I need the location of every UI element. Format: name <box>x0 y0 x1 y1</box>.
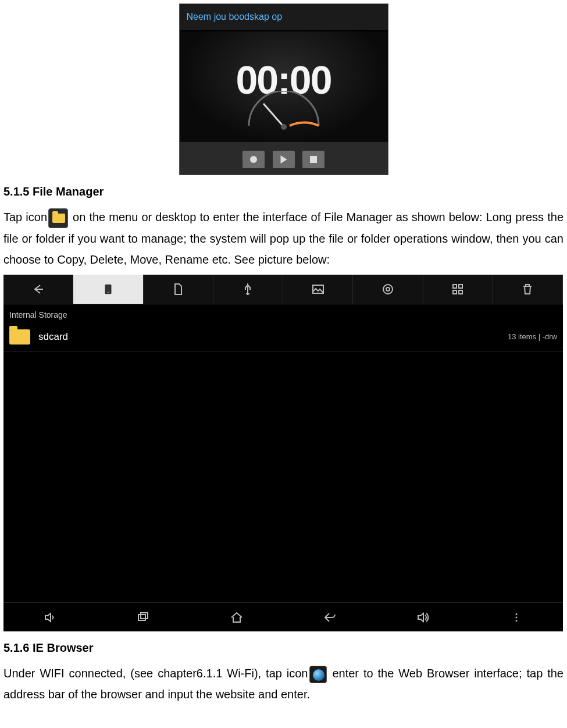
record-button[interactable] <box>243 151 265 168</box>
svg-rect-10 <box>459 290 462 294</box>
sd-card-icon <box>171 282 185 296</box>
fm-tab-images[interactable] <box>283 275 353 304</box>
svg-point-13 <box>515 613 517 615</box>
back-arrow-icon <box>31 282 45 296</box>
folder-icon <box>9 329 30 345</box>
svg-point-15 <box>515 620 517 622</box>
volume-down-icon <box>43 610 57 624</box>
back-icon <box>323 610 337 624</box>
text-before-fm-icon: Tap icon <box>3 211 47 223</box>
nav-back[interactable] <box>283 610 376 624</box>
fm-folder-meta: 13 items | -drw <box>508 330 557 343</box>
menu-dots-icon <box>511 612 522 623</box>
stop-button[interactable] <box>302 151 324 168</box>
svg-line-0 <box>263 104 284 127</box>
volume-up-icon <box>416 610 430 624</box>
fm-tab-videos[interactable] <box>353 275 423 304</box>
usb-icon <box>241 282 255 296</box>
fm-tab-back[interactable] <box>3 275 73 304</box>
section-heading-ie-browser: 5.1.6 IE Browser <box>3 637 564 658</box>
nav-volume-down[interactable] <box>3 610 97 624</box>
text-before-browser-icon: Under WIFI connected, (see chapter6.1.1 … <box>3 667 308 680</box>
nav-recent[interactable] <box>97 610 190 624</box>
section-text-file-manager: Tap icon on the menu or desktop to enter… <box>3 207 564 270</box>
recent-apps-icon <box>136 610 150 624</box>
fm-folder-row[interactable]: sdcard 13 items | -drw <box>3 326 563 353</box>
nav-home[interactable] <box>190 610 283 624</box>
text-after-fm-icon: on the menu or desktop to enter the inte… <box>3 211 564 266</box>
fm-tab-grid[interactable] <box>423 275 493 304</box>
system-navbar <box>3 602 563 631</box>
recorder-title: Neem jou boodskap op <box>180 4 388 31</box>
svg-rect-12 <box>141 613 148 619</box>
recorder-controls <box>180 142 388 175</box>
svg-point-14 <box>515 616 517 618</box>
vu-meter-icon <box>243 91 324 132</box>
svg-point-6 <box>386 287 390 291</box>
browser-app-icon <box>309 666 327 683</box>
recorder-screenshot: Neem jou boodskap op 00:00 <box>179 3 388 175</box>
svg-point-5 <box>383 285 393 294</box>
svg-point-3 <box>108 292 109 293</box>
svg-rect-7 <box>453 285 457 288</box>
fm-breadcrumb: Internal Storage <box>3 304 563 326</box>
file-manager-screenshot: Internal Storage sdcard 13 items | -drw <box>3 275 563 632</box>
section-heading-file-manager: 5.1.5 File Manager <box>3 181 564 202</box>
fm-tab-device[interactable] <box>73 275 143 304</box>
video-icon <box>381 282 395 296</box>
svg-rect-8 <box>459 285 462 288</box>
nav-menu[interactable] <box>470 612 563 623</box>
fm-tab-sdcard[interactable] <box>144 275 213 304</box>
fm-tab-trash[interactable] <box>493 275 563 304</box>
device-icon <box>102 283 115 296</box>
play-button[interactable] <box>273 151 295 168</box>
fm-tab-usb[interactable] <box>213 275 283 304</box>
section-text-ie-browser: Under WIFI connected, (see chapter6.1.1 … <box>3 663 564 705</box>
home-icon <box>230 610 244 624</box>
fm-empty-area <box>3 352 563 602</box>
nav-volume-up[interactable] <box>376 610 469 624</box>
fm-top-toolbar <box>3 275 563 304</box>
fm-folder-name: sdcard <box>38 328 508 346</box>
trash-icon <box>520 282 534 296</box>
file-manager-app-icon <box>48 208 68 228</box>
svg-rect-9 <box>453 290 457 294</box>
image-icon <box>311 282 325 296</box>
svg-point-1 <box>281 124 287 130</box>
grid-icon <box>451 282 465 296</box>
recorder-body: 00:00 <box>180 31 388 142</box>
svg-rect-11 <box>138 615 145 620</box>
